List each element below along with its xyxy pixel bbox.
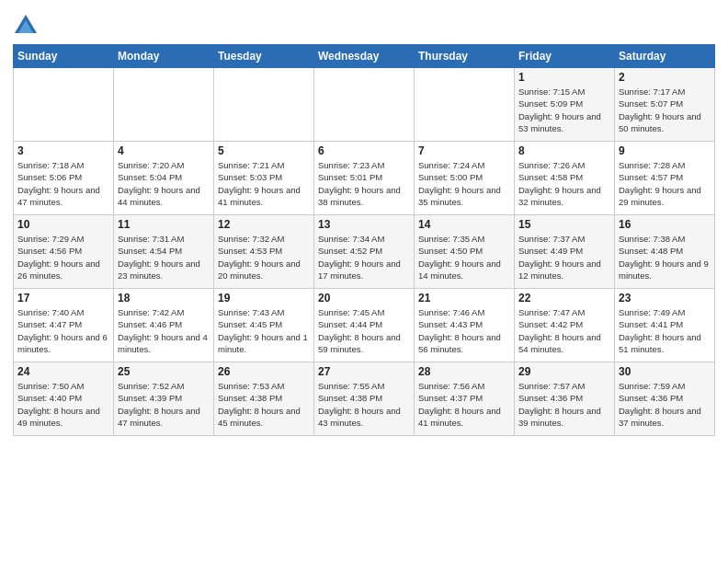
day-number: 11 [118, 218, 210, 231]
calendar-table: SundayMondayTuesdayWednesdayThursdayFrid… [13, 44, 715, 436]
day-cell [114, 68, 214, 142]
day-info: Sunrise: 7:28 AM Sunset: 4:57 PM Dayligh… [619, 159, 711, 208]
day-info: Sunrise: 7:38 AM Sunset: 4:48 PM Dayligh… [619, 233, 711, 282]
day-number: 6 [318, 144, 410, 157]
day-number: 2 [619, 71, 711, 84]
day-number: 25 [118, 365, 210, 378]
day-cell: 25Sunrise: 7:52 AM Sunset: 4:39 PM Dayli… [114, 362, 214, 436]
day-cell: 30Sunrise: 7:59 AM Sunset: 4:36 PM Dayli… [615, 362, 715, 436]
day-number: 14 [418, 218, 510, 231]
col-header-thursday: Thursday [415, 45, 515, 68]
day-cell: 10Sunrise: 7:29 AM Sunset: 4:56 PM Dayli… [14, 215, 114, 289]
day-number: 28 [418, 365, 510, 378]
day-number: 1 [518, 71, 610, 84]
day-cell: 5Sunrise: 7:21 AM Sunset: 5:03 PM Daylig… [214, 142, 314, 215]
day-info: Sunrise: 7:43 AM Sunset: 4:45 PM Dayligh… [218, 306, 310, 355]
day-number: 10 [17, 218, 109, 231]
day-number: 16 [619, 218, 711, 231]
day-info: Sunrise: 7:18 AM Sunset: 5:06 PM Dayligh… [17, 159, 109, 208]
col-header-monday: Monday [114, 45, 214, 68]
week-row-3: 10Sunrise: 7:29 AM Sunset: 4:56 PM Dayli… [14, 215, 715, 289]
day-cell: 22Sunrise: 7:47 AM Sunset: 4:42 PM Dayli… [515, 289, 615, 362]
day-cell: 24Sunrise: 7:50 AM Sunset: 4:40 PM Dayli… [14, 362, 114, 436]
day-info: Sunrise: 7:34 AM Sunset: 4:52 PM Dayligh… [318, 233, 410, 282]
day-cell [415, 68, 515, 142]
day-number: 20 [318, 292, 410, 304]
day-cell: 19Sunrise: 7:43 AM Sunset: 4:45 PM Dayli… [214, 289, 314, 362]
day-info: Sunrise: 7:53 AM Sunset: 4:38 PM Dayligh… [218, 380, 310, 429]
col-header-tuesday: Tuesday [214, 45, 314, 68]
day-info: Sunrise: 7:49 AM Sunset: 4:41 PM Dayligh… [619, 306, 711, 355]
day-cell: 14Sunrise: 7:35 AM Sunset: 4:50 PM Dayli… [415, 215, 515, 289]
day-info: Sunrise: 7:24 AM Sunset: 5:00 PM Dayligh… [418, 159, 510, 208]
week-row-2: 3Sunrise: 7:18 AM Sunset: 5:06 PM Daylig… [14, 142, 715, 215]
day-cell: 26Sunrise: 7:53 AM Sunset: 4:38 PM Dayli… [214, 362, 314, 436]
day-info: Sunrise: 7:40 AM Sunset: 4:47 PM Dayligh… [17, 306, 109, 355]
day-info: Sunrise: 7:29 AM Sunset: 4:56 PM Dayligh… [17, 233, 109, 282]
day-cell: 16Sunrise: 7:38 AM Sunset: 4:48 PM Dayli… [615, 215, 715, 289]
day-info: Sunrise: 7:45 AM Sunset: 4:44 PM Dayligh… [318, 306, 410, 355]
day-number: 4 [118, 144, 210, 157]
day-number: 29 [518, 365, 610, 378]
day-info: Sunrise: 7:47 AM Sunset: 4:42 PM Dayligh… [518, 306, 610, 355]
day-cell [14, 68, 114, 142]
day-info: Sunrise: 7:17 AM Sunset: 5:07 PM Dayligh… [619, 86, 711, 134]
col-header-wednesday: Wednesday [314, 45, 415, 68]
day-cell: 6Sunrise: 7:23 AM Sunset: 5:01 PM Daylig… [314, 142, 415, 215]
day-info: Sunrise: 7:26 AM Sunset: 4:58 PM Dayligh… [518, 159, 610, 208]
day-number: 27 [318, 365, 410, 378]
day-number: 12 [218, 218, 310, 231]
day-cell: 4Sunrise: 7:20 AM Sunset: 5:04 PM Daylig… [114, 142, 214, 215]
day-info: Sunrise: 7:20 AM Sunset: 5:04 PM Dayligh… [118, 159, 210, 208]
day-info: Sunrise: 7:46 AM Sunset: 4:43 PM Dayligh… [418, 306, 510, 355]
day-number: 3 [17, 144, 109, 157]
day-number: 8 [518, 144, 610, 157]
week-row-4: 17Sunrise: 7:40 AM Sunset: 4:47 PM Dayli… [14, 289, 715, 362]
week-row-5: 24Sunrise: 7:50 AM Sunset: 4:40 PM Dayli… [14, 362, 715, 436]
col-header-friday: Friday [515, 45, 615, 68]
day-cell: 9Sunrise: 7:28 AM Sunset: 4:57 PM Daylig… [615, 142, 715, 215]
col-header-sunday: Sunday [14, 45, 114, 68]
col-header-saturday: Saturday [615, 45, 715, 68]
day-cell: 27Sunrise: 7:55 AM Sunset: 4:38 PM Dayli… [314, 362, 415, 436]
day-cell: 3Sunrise: 7:18 AM Sunset: 5:06 PM Daylig… [14, 142, 114, 215]
day-cell: 2Sunrise: 7:17 AM Sunset: 5:07 PM Daylig… [615, 68, 715, 142]
day-info: Sunrise: 7:32 AM Sunset: 4:53 PM Dayligh… [218, 233, 310, 282]
day-info: Sunrise: 7:35 AM Sunset: 4:50 PM Dayligh… [418, 233, 510, 282]
day-info: Sunrise: 7:57 AM Sunset: 4:36 PM Dayligh… [518, 380, 610, 429]
day-number: 26 [218, 365, 310, 378]
day-cell: 28Sunrise: 7:56 AM Sunset: 4:37 PM Dayli… [415, 362, 515, 436]
day-number: 19 [218, 292, 310, 304]
day-info: Sunrise: 7:50 AM Sunset: 4:40 PM Dayligh… [17, 380, 109, 429]
day-cell [214, 68, 314, 142]
day-info: Sunrise: 7:56 AM Sunset: 4:37 PM Dayligh… [418, 380, 510, 429]
day-number: 5 [218, 144, 310, 157]
week-row-1: 1Sunrise: 7:15 AM Sunset: 5:09 PM Daylig… [14, 68, 715, 142]
day-cell: 15Sunrise: 7:37 AM Sunset: 4:49 PM Dayli… [515, 215, 615, 289]
header [13, 9, 715, 39]
day-info: Sunrise: 7:31 AM Sunset: 4:54 PM Dayligh… [118, 233, 210, 282]
day-number: 7 [418, 144, 510, 157]
day-number: 22 [518, 292, 610, 304]
day-info: Sunrise: 7:52 AM Sunset: 4:39 PM Dayligh… [118, 380, 210, 429]
logo [13, 13, 42, 39]
day-cell: 13Sunrise: 7:34 AM Sunset: 4:52 PM Dayli… [314, 215, 415, 289]
day-cell: 7Sunrise: 7:24 AM Sunset: 5:00 PM Daylig… [415, 142, 515, 215]
day-cell: 17Sunrise: 7:40 AM Sunset: 4:47 PM Dayli… [14, 289, 114, 362]
day-info: Sunrise: 7:37 AM Sunset: 4:49 PM Dayligh… [518, 233, 610, 282]
day-cell: 1Sunrise: 7:15 AM Sunset: 5:09 PM Daylig… [515, 68, 615, 142]
day-info: Sunrise: 7:15 AM Sunset: 5:09 PM Dayligh… [518, 86, 610, 134]
day-cell: 8Sunrise: 7:26 AM Sunset: 4:58 PM Daylig… [515, 142, 615, 215]
day-number: 24 [17, 365, 109, 378]
day-cell: 29Sunrise: 7:57 AM Sunset: 4:36 PM Dayli… [515, 362, 615, 436]
day-cell: 23Sunrise: 7:49 AM Sunset: 4:41 PM Dayli… [615, 289, 715, 362]
day-number: 17 [17, 292, 109, 304]
day-number: 30 [619, 365, 711, 378]
day-info: Sunrise: 7:42 AM Sunset: 4:46 PM Dayligh… [118, 306, 210, 355]
day-number: 23 [619, 292, 711, 304]
header-row: SundayMondayTuesdayWednesdayThursdayFrid… [14, 45, 715, 68]
day-cell: 20Sunrise: 7:45 AM Sunset: 4:44 PM Dayli… [314, 289, 415, 362]
day-info: Sunrise: 7:59 AM Sunset: 4:36 PM Dayligh… [619, 380, 711, 429]
day-number: 21 [418, 292, 510, 304]
day-number: 15 [518, 218, 610, 231]
